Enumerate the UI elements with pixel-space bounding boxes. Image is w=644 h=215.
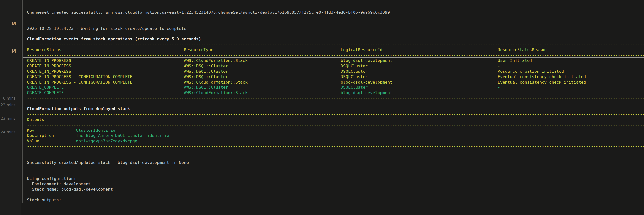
mark-indicator[interactable]: M [11,21,19,26]
timestamp-label: 23 mins [1,116,16,121]
events-heading: CloudFormation events from stack operati… [27,36,644,42]
prompt-directory: blog [42,214,52,215]
separator-line: ----------------------------------------… [27,112,644,117]
events-table-header: ResourceStatus ResourceType LogicalResou… [27,47,644,53]
prompt-took-label: took [52,214,66,215]
timestamp-label: 24 mins [1,130,16,134]
scrollbar-thumb[interactable] [22,0,23,203]
outputs-label: Outputs [27,117,644,122]
output-row-value: Value obtiwsggvps3nr7xayxdvcpgqu [27,138,644,144]
col-resource-type: ResourceType [184,47,213,53]
separator-line: ----------------------------------------… [27,42,644,47]
event-row: CREATE_IN_PROGRESS AWS::DSQL::Cluster DS… [27,69,644,74]
config-heading: Using configuration: [27,176,644,182]
terminal-window: M M 6 mins 22 mins 23 mins 24 mins Chang… [0,0,644,215]
changeset-arn-line: Changeset created successfully. arn:aws:… [27,10,644,15]
output-row-description: Description The Blog Aurora DSQL cluster… [27,133,644,138]
event-row: CREATE_COMPLETE AWS::DSQL::Cluster DSQLC… [27,85,644,90]
terminal-content: Changeset created successfully. arn:aws:… [27,0,644,215]
event-row: CREATE_IN_PROGRESS - CONFIGURATION_COMPL… [27,80,644,85]
scrollback-gutter: M M 6 mins 22 mins 23 mins 24 mins [0,0,20,215]
timeline-tick [13,122,14,128]
event-row: CREATE_COMPLETE AWS::CloudFormation::Sta… [27,90,644,95]
event-row: CREATE_IN_PROGRESS AWS::CloudFormation::… [27,58,644,63]
waiting-line: 2025-10-28 19:24:23 - Waiting for stack … [27,26,644,31]
separator-line: ----------------------------------------… [27,144,644,149]
col-resource-status: ResourceStatus [27,47,61,53]
output-row-key: Key ClusterIdentifier [27,128,644,133]
config-stack-name: Stack Name: blog-dsql-development [27,187,644,192]
scroll-divider [23,57,644,58]
mark-indicator[interactable]: M [11,49,19,54]
outputs-heading: CloudFormation outputs from deployed sta… [27,106,644,112]
event-row: CREATE_IN_PROGRESS AWS::DSQL::Cluster DS… [27,63,644,69]
event-row: CREATE_IN_PROGRESS - CONFIGURATION_COMPL… [27,74,644,80]
success-line: Successfully created/updated stack - blo… [27,160,644,165]
timestamp-label: 6 mins [3,96,16,101]
terminal-cursor [32,214,35,215]
gutter-divider [0,89,20,89]
separator-line: ----------------------------------------… [27,122,644,128]
col-status-reason: ResourceStatusReason [498,47,547,53]
prompt-duration: 5m 26.1s [66,214,86,215]
col-logical-id: LogicalResourceId [341,47,382,53]
stack-outputs-label: Stack outputs: [27,197,644,203]
separator-line: ----------------------------------------… [27,95,644,101]
config-environment: Environment: development [27,182,644,187]
timeline-tick [13,108,14,114]
prompt-ellipsis: … [86,214,91,215]
pane-border [20,0,21,215]
timestamp-label: 22 mins [1,103,16,107]
gutter-divider [0,84,20,84]
prompt-line: blog took 5m 26.1s … [27,208,644,214]
